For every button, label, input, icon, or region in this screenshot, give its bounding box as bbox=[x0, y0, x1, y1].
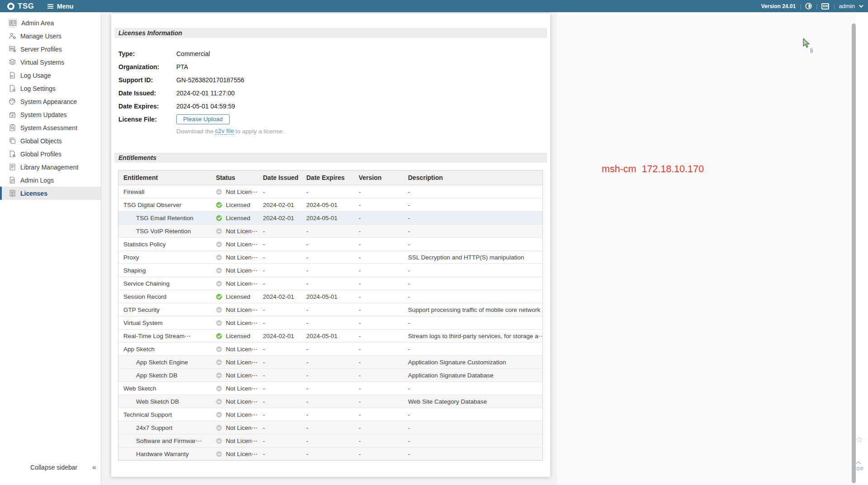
date-issued: - bbox=[258, 421, 302, 434]
entitlement-status: Not Licen⋯ bbox=[211, 343, 258, 356]
sidebar-item-library-management[interactable]: Library Management bbox=[0, 160, 101, 174]
date-issued: - bbox=[258, 251, 302, 264]
table-row[interactable]: ProxyNot Licen⋯---SSL Decryption and HTT… bbox=[118, 251, 543, 264]
description: SSL Decryption and HTTP(S) manipulation bbox=[403, 251, 543, 264]
description: - bbox=[403, 277, 543, 290]
table-row[interactable]: App SketchNot Licen⋯---- bbox=[118, 343, 543, 356]
sidebar-item-server-profiles[interactable]: Server Profiles bbox=[0, 42, 101, 56]
sidebar-item-admin-logs[interactable]: Admin Logs bbox=[0, 174, 101, 187]
sidebar-item-log-usage[interactable]: Log Usage bbox=[0, 69, 101, 82]
version: - bbox=[354, 330, 403, 343]
table-row[interactable]: TSG VoIP RetentionNot Licen⋯---- bbox=[118, 225, 543, 238]
section-title: Entitlements bbox=[118, 154, 156, 161]
not-licensed-icon bbox=[216, 359, 222, 365]
version: - bbox=[354, 238, 403, 251]
table-row[interactable]: TSG Digital ObserverLicensed2024-02-0120… bbox=[118, 198, 543, 212]
upload-license-button[interactable]: Please Upload bbox=[176, 114, 230, 124]
field-value: 2024-02-01 11:27:00 bbox=[176, 89, 235, 97]
licensed-check-icon bbox=[216, 333, 222, 339]
description: - bbox=[403, 290, 543, 303]
table-row[interactable]: ShapingNot Licen⋯---- bbox=[118, 264, 543, 277]
user-menu[interactable]: admin bbox=[839, 3, 855, 9]
sidebar-item-system-assessment[interactable]: System Assessment bbox=[0, 121, 101, 134]
language-icon[interactable]: EN bbox=[821, 3, 829, 9]
favorite-star-icon[interactable]: ☆ bbox=[855, 434, 863, 445]
version: - bbox=[354, 277, 403, 290]
date-expires: - bbox=[302, 225, 354, 238]
description: - bbox=[403, 264, 543, 277]
brand-logo[interactable]: TSG bbox=[7, 0, 34, 12]
column-header-date-expires: Date Expires bbox=[302, 170, 354, 185]
sidebar-item-admin-area[interactable]: Admin Area bbox=[0, 16, 101, 29]
not-licensed-icon bbox=[216, 320, 222, 326]
sidebar-item-virtual-systems[interactable]: Virtual Systems bbox=[0, 56, 101, 69]
table-row[interactable]: Web Sketch DBNot Licen⋯---Web Site Categ… bbox=[118, 395, 543, 408]
date-expires: 2024-05-01 bbox=[302, 198, 354, 212]
file-cert-icon bbox=[8, 189, 16, 198]
date-expires: - bbox=[302, 356, 354, 369]
file-chart-icon bbox=[8, 71, 16, 80]
table-row[interactable]: Session RecordLicensed2024-02-012024-05-… bbox=[118, 290, 543, 303]
table-row[interactable]: 24x7 SupportNot Licen⋯---- bbox=[118, 421, 543, 434]
version: - bbox=[354, 303, 403, 316]
table-row[interactable]: App Sketch EngineNot Licen⋯---Applicatio… bbox=[118, 356, 543, 369]
palette-icon bbox=[8, 98, 16, 106]
scrollbar-thumb[interactable] bbox=[852, 24, 856, 483]
description: Stream logs to third-party services, for… bbox=[403, 330, 543, 343]
entitlement-status: Not Licen⋯ bbox=[211, 369, 258, 382]
table-row[interactable]: Technical SupportNot Licen⋯---- bbox=[118, 408, 543, 421]
sidebar-item-system-appearance[interactable]: System Appearance bbox=[0, 95, 101, 108]
entitlement-status: Not Licen⋯ bbox=[211, 421, 258, 434]
back-to-top-button[interactable]: TOP bbox=[852, 461, 865, 472]
entitlement-name: TSG Email Retention bbox=[118, 212, 211, 225]
sidebar-item-log-settings[interactable]: Log Settings bbox=[0, 82, 101, 95]
sidebar-item-system-updates[interactable]: System Updates bbox=[0, 108, 101, 121]
date-issued: - bbox=[258, 185, 302, 198]
sidebar-item-global-objects[interactable]: Global Objects bbox=[0, 134, 101, 147]
table-row[interactable]: Hardware WarrantyNot Licen⋯---- bbox=[118, 447, 543, 461]
sidebar-item-licenses[interactable]: Licenses bbox=[0, 187, 101, 200]
menu-label: Menu bbox=[57, 3, 74, 10]
description: Web Site Category Database bbox=[403, 395, 543, 408]
date-expires: - bbox=[302, 421, 354, 434]
entitlement-name: Software and Firmwar⋯ bbox=[118, 434, 211, 447]
date-issued: - bbox=[258, 434, 302, 447]
entitlement-status: Licensed bbox=[211, 212, 258, 225]
c2v-file-link[interactable]: c2v file bbox=[215, 127, 234, 135]
column-header-date-issued: Date Issued bbox=[258, 170, 302, 185]
table-row[interactable]: TSG Email RetentionLicensed2024-02-01202… bbox=[118, 212, 543, 225]
table-row[interactable]: Service ChainingNot Licen⋯---- bbox=[118, 277, 543, 290]
sidebar-item-manage-users[interactable]: Manage Users bbox=[0, 29, 101, 42]
table-row[interactable]: FirewallNot Licen⋯---- bbox=[118, 185, 543, 198]
top-bar: TSG Menu Version 24.01 | | EN | admin bbox=[0, 0, 868, 12]
hamburger-icon bbox=[47, 3, 53, 9]
table-row[interactable]: Software and Firmwar⋯Not Licen⋯---- bbox=[118, 434, 543, 447]
table-row[interactable]: Real-Time Log Stream⋯Licensed2024-02-012… bbox=[118, 330, 543, 343]
version-label: Version 24.01 bbox=[761, 3, 796, 9]
collapse-sidebar-button[interactable]: Collapse sidebar « bbox=[0, 462, 101, 473]
sidebar-item-label: Global Objects bbox=[20, 137, 62, 145]
date-expires: 2024-05-01 bbox=[302, 212, 354, 225]
description: Application Signature Customization bbox=[403, 356, 543, 369]
chevron-down-icon[interactable] bbox=[859, 3, 863, 8]
sidebar-item-global-profiles[interactable]: Global Profiles bbox=[0, 147, 101, 160]
download-hint: to apply a license. bbox=[236, 128, 284, 135]
field-value: PTA bbox=[176, 63, 188, 71]
table-row[interactable]: Virtual SystemNot Licen⋯---- bbox=[118, 316, 543, 330]
sidebar-item-label: Server Profiles bbox=[20, 46, 62, 53]
help-icon[interactable] bbox=[805, 3, 812, 9]
sidebar-item-label: System Appearance bbox=[20, 98, 77, 105]
table-row[interactable]: Web SketchNot Licen⋯---- bbox=[118, 382, 543, 395]
table-row[interactable]: Statistics PolicyNot Licen⋯---- bbox=[118, 238, 543, 251]
table-row[interactable]: GTP SecurityNot Licen⋯---Support process… bbox=[118, 303, 543, 316]
entitlement-name: Service Chaining bbox=[118, 277, 211, 290]
version: - bbox=[354, 225, 403, 238]
version: - bbox=[354, 434, 403, 447]
date-expires: 2024-05-01 bbox=[302, 330, 354, 343]
table-row[interactable]: App Sketch DBNot Licen⋯---Application Si… bbox=[118, 369, 543, 382]
sidebar-item-label: Admin Logs bbox=[20, 177, 54, 184]
date-expires: - bbox=[302, 238, 354, 251]
right-background bbox=[557, 12, 868, 485]
menu-button[interactable]: Menu bbox=[47, 0, 74, 12]
description: - bbox=[403, 434, 543, 447]
